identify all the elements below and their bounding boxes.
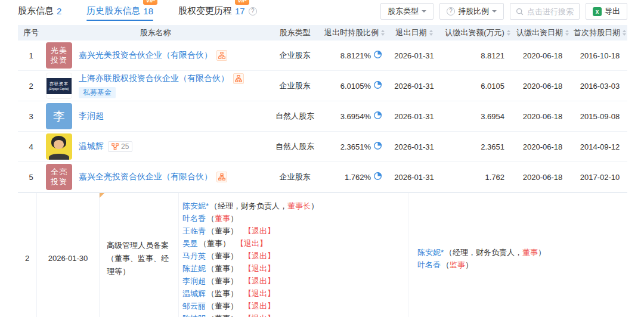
tab-history-shareholders[interactable]: 历史股东信息18VIP [86,0,153,21]
cell-exit-date: 2026-01-31 [386,82,442,91]
person-name-link[interactable]: 陈安妮* [182,201,209,210]
equity-structure-icon[interactable] [216,50,227,61]
person-line: 陈坤明（董事）【退出】 [182,312,408,317]
exit-ratio-value: 8.8121% [340,51,371,60]
shareholder-type-filter-button[interactable]: 股东类型 [380,3,434,20]
paren: （ [207,251,215,260]
cell-change-date: 2026-01-30 [37,193,100,317]
cell-capital-date: 2020-06-18 [513,112,572,121]
exit-label: 【退出】 [236,239,267,248]
cell-capital: 6.0105 [442,82,513,91]
cell-capital: 1.762 [442,173,513,182]
person-name-link[interactable]: 王临青 [182,226,206,235]
shareholder-name-link[interactable]: 李润超 [79,111,104,122]
equity-structure-icon[interactable] [233,73,244,84]
holding-chart-icon[interactable] [373,80,382,91]
cell-after-change: 陈安妮*（经理，财务负责人，董事）叶名香（监事） [408,193,627,317]
person-name-link[interactable]: 邹云丽 [182,302,206,310]
exit-ratio-value: 3.6954% [340,112,371,121]
page: 股东信息2历史股东信息18VIP股权变更历程17VIP? 股东类型 ? 持股比例… [0,0,644,317]
cell-exit-date: 2026-01-31 [386,173,442,182]
shareholder-avatar[interactable]: 全亮投资 [46,164,72,190]
person-name-link[interactable]: 陈芷妮 [182,264,206,273]
role-text: 经理，财务负责人， [453,248,522,257]
person-name-link[interactable]: 叶名香 [182,214,206,223]
search-input[interactable] [527,7,574,16]
ratio-filter-button[interactable]: ? 持股比例 [439,3,504,20]
tab-label: 股权变更历程 [178,5,232,17]
table-row: 4温城辉25自然人股东2.3651%2026-01-312.36512020-0… [18,132,627,162]
person-name-link[interactable]: 叶名香 [417,260,441,269]
pie-glyph [373,141,382,150]
person-name-link[interactable]: 陈坤明 [182,314,206,317]
person-name-link[interactable]: 吴昱 [182,239,198,248]
cell-type: 企业股东 [267,80,323,91]
tab-count: 17VIP [235,6,245,16]
relation-count: 25 [121,142,129,151]
search-icon [516,8,524,15]
paren: ） [230,264,238,273]
export-button[interactable]: x 导出 [586,3,627,20]
sort-icon[interactable] [565,30,569,36]
cell-before-change: 陈安妮*（经理，财务负责人，董事长）叶名香（董事）王临青（董事）【退出】吴昱（董… [179,193,408,317]
cell-name: 全亮投资嘉兴全亮投资合伙企业（有限合伙） [44,164,267,190]
export-label: 导出 [605,6,620,17]
cell-first-date: 2016-10-18 [572,51,627,60]
role-text: 董事长 [287,201,311,210]
role-text: 董事 [215,226,230,235]
person-name-link[interactable]: 陈安妮* [417,248,444,257]
name-line: 温城辉25 [79,141,132,152]
column-header-label: 退出日期 [396,27,427,38]
name-wrap: 温城辉25 [79,141,132,152]
paren: （ [207,302,215,310]
cell-capital-date: 2020-06-18 [513,173,572,182]
person-name-link[interactable]: 温城辉 [182,289,206,298]
person-line: 吴昱（董事）【退出】 [182,237,408,250]
cell-name: 亦联资本(Engage Capital)上海亦联股权投资合伙企业（有限合伙）私募… [44,73,267,99]
tab-shareholders[interactable]: 股东信息2 [18,0,61,21]
shareholder-name-link[interactable]: 嘉兴全亮投资合伙企业（有限合伙） [79,172,212,182]
cell-change-item: 高级管理人员备案（董事、监事、经理等） [100,193,179,317]
help-icon[interactable]: ? [249,7,257,15]
cell-type: 企业股东 [267,172,323,182]
holding-chart-icon[interactable] [373,141,382,152]
column-header[interactable]: 退出日期 [386,27,442,38]
shareholder-name-link[interactable]: 温城辉 [79,141,104,152]
table-row: 3李李润超自然人股东3.6954%2026-01-313.69542020-06… [18,101,627,132]
sort-icon[interactable] [623,30,626,36]
search-box[interactable] [510,3,580,20]
paren: ） [230,314,238,317]
role-text: 董事 [215,276,230,285]
shareholder-avatar[interactable]: 李 [46,103,72,129]
person-name-link[interactable]: 马丹英 [182,251,206,260]
role-text: 董事 [215,251,230,260]
shareholder-photo[interactable] [46,133,72,160]
column-header[interactable]: 认缴出资额(万元) [442,27,513,38]
tab-equity-changes[interactable]: 股权变更历程17VIP? [178,0,257,21]
column-header[interactable]: 认缴出资日期 [513,27,572,38]
equity-structure-icon[interactable] [216,172,227,182]
exit-ratio-value: 1.762% [345,173,371,182]
person-name-link[interactable]: 李润超 [182,276,206,285]
shareholder-name-link[interactable]: 上海亦联股权投资合伙企业（有限合伙） [79,73,229,84]
holding-chart-icon[interactable] [373,111,382,122]
table-row: 1光美投资嘉兴光美投资合伙企业（有限合伙）企业股东8.8121%2026-01-… [18,41,627,71]
cell-exit-ratio: 3.6954% [323,111,386,122]
sort-icon[interactable] [429,30,433,36]
org-chart-glyph [218,173,225,181]
logo-text: 亦联资本 [49,81,69,87]
tag-row: 私募基金 [79,87,244,98]
column-header-label: 认缴出资额(万元) [445,27,504,38]
holding-chart-icon[interactable] [373,172,382,182]
sort-icon[interactable] [381,30,385,36]
relation-count-badge[interactable]: 25 [108,141,132,152]
sort-icon[interactable] [507,30,510,36]
column-header[interactable]: 首次持股日期 [572,27,627,38]
cell-first-date: 2015-09-08 [572,112,627,121]
column-header[interactable]: 退出时持股比例 [323,27,386,38]
cell-exit-ratio: 6.0105% [323,80,386,91]
shareholder-avatar[interactable]: 光美投资 [46,42,72,69]
holding-chart-icon[interactable] [373,50,382,61]
shareholder-name-link[interactable]: 嘉兴光美投资合伙企业（有限合伙） [79,50,212,61]
shareholder-logo[interactable]: 亦联资本(Engage Capital) [46,73,72,99]
